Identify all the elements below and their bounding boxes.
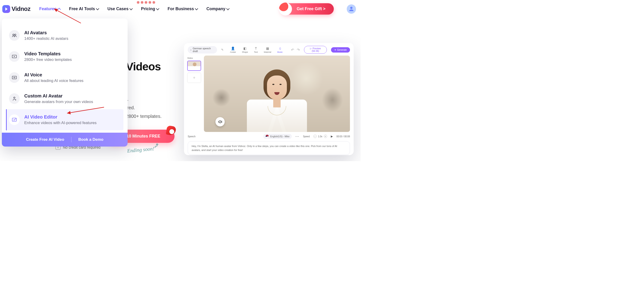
speed-label: Speed [303,135,310,138]
slides-panel: Slides + [184,56,203,132]
dd-subtitle: All about leading AI voice features [24,78,84,83]
nav-pricing-label: Pricing [141,7,155,11]
nav-free-ai-tools[interactable]: Free AI Tools [69,7,99,11]
nav-free-ai-tools-label: Free AI Tools [69,7,95,11]
user-icon [348,6,354,12]
nav-pricing[interactable]: Pricing [141,7,159,11]
tool-label: Avatar [230,51,236,53]
nav-use-cases[interactable]: Use Cases [108,7,132,11]
preview-label: Preview (56:36) [312,47,321,52]
svg-point-4 [14,97,15,98]
hero-line: r. [126,95,162,103]
chevron-down-icon [130,7,133,10]
brand-logo[interactable]: Vidnoz [2,5,30,13]
dd-title: AI Avatars [24,30,68,35]
tool-label: Shape [242,51,248,53]
tool-label: Material [264,51,271,53]
tool-text[interactable]: T Text [254,47,258,53]
chevron-up-icon [58,8,61,11]
avatars-icon [9,30,20,41]
speech-label: Speech [188,135,196,138]
avatar-icon: 👤 [231,47,235,50]
tool-shape[interactable]: ◧ Shape [242,47,248,53]
hero-headline-fragment: Videos [126,60,161,73]
svg-rect-3 [12,76,16,79]
mute-button[interactable] [216,117,225,126]
svg-point-0 [13,34,14,35]
generate-button[interactable]: ✦ Generate [331,47,350,53]
nav-use-cases-label: Use Cases [108,7,128,11]
dd-video-templates[interactable]: Video Templates 2800+ free video templat… [8,46,121,67]
logo-mark-icon [2,5,10,13]
ending-soon-note: Ending soon! [127,146,155,154]
user-avatar[interactable] [347,5,356,14]
dd-title: Custom AI Avatar [24,93,93,99]
speed-control: − 1.0x + [314,135,327,138]
editor-toolbar: ‹ German speech draft ✎ 👤 Avatar ◧ Shape… [184,43,354,56]
speed-minus[interactable]: − [314,135,317,138]
preview-button[interactable]: ▷ Preview (56:36) [304,46,327,54]
slide-thumb-1[interactable] [187,61,201,71]
avatar-figure [242,65,312,132]
redo-icon[interactable]: ↷ [297,48,300,52]
edit-name-icon[interactable]: ✎ [221,48,224,51]
hero-body-fragments: r. ired. 2800+ templates. [126,95,162,121]
gift-button-label: Get Free Gift > [296,7,326,11]
dd-ai-voice[interactable]: AI Voice All about leading AI voice feat… [8,67,121,88]
project-name-chip[interactable]: ‹ German speech draft [188,46,217,54]
chevron-left-icon: ‹ [190,48,192,51]
book-demo-link[interactable]: Book a Demo [78,137,104,142]
play-icon[interactable]: ▶ [331,135,333,138]
templates-icon [9,51,20,62]
sparkle-icon: ✦ [334,49,336,51]
material-icon: ▦ [266,47,269,50]
play-icon: ▷ [310,47,312,50]
nav-company[interactable]: Company [206,7,229,11]
create-free-video-link[interactable]: Create Free AI Video [26,137,64,142]
add-slide-button[interactable]: + [187,73,201,83]
shape-icon: ◧ [244,47,246,50]
dd-custom-avatar[interactable]: Custom AI Avatar Generate avatars from y… [8,88,121,109]
dd-title: Video Templates [24,51,72,57]
hero-line: 2800+ templates. [126,112,162,121]
nav-company-label: Company [206,7,226,11]
hero-line: ired. [126,103,162,112]
speed-plus[interactable]: + [324,135,327,138]
dd-title: AI Video Editor [24,114,96,120]
nav-features-label: Features [39,7,57,11]
video-editor-icon [9,114,20,125]
more-icon[interactable]: ••• [296,135,299,138]
santa-hat-icon [166,125,176,136]
dd-subtitle: Enhance videos with AI-powered features [24,121,96,125]
brand-name: Vidnoz [12,5,30,13]
custom-avatar-icon [9,93,20,104]
voice-label: English(US) - Mike [270,135,290,138]
slides-label: Slides [187,57,201,59]
dd-ai-avatars[interactable]: AI Avatars 1400+ realistic AI avatars [8,25,121,46]
history-controls: ↶ ↷ [291,48,300,52]
chevron-down-icon [96,7,99,10]
editor-bottom-panel: Speech English(US) - Mike ••• Speed − 1.… [184,132,354,155]
nav-for-business[interactable]: For Business [168,7,198,11]
santa-icon [279,3,292,16]
script-textarea[interactable]: Hey, I'm Stella, an AI human avatar from… [188,141,350,155]
undo-icon[interactable]: ↶ [291,48,294,52]
voice-icon [9,72,20,83]
mute-icon [218,119,222,124]
gift-button-wrap: Get Free Gift > [280,3,334,15]
speed-value: 1.0x [318,135,322,138]
editor-canvas[interactable] [204,56,350,132]
time-readout: 00:03 / 00:08 [336,135,350,138]
voice-selector[interactable]: English(US) - Mike [263,134,292,139]
music-icon: ♫ [279,47,281,50]
tool-avatar[interactable]: 👤 Avatar [230,47,236,53]
tool-music[interactable]: ♫ Music [277,47,283,53]
text-icon: T [255,47,257,50]
nav-for-business-label: For Business [168,7,194,11]
chevron-down-icon [226,7,230,10]
features-dropdown: AI Avatars 1400+ realistic AI avatars Vi… [2,19,128,147]
nav-features[interactable]: Features [39,7,60,11]
tool-label: Text [254,51,258,53]
tool-material[interactable]: ▦ Material [264,47,271,53]
dd-ai-video-editor[interactable]: AI Video Editor Enhance videos with AI-p… [6,109,124,130]
